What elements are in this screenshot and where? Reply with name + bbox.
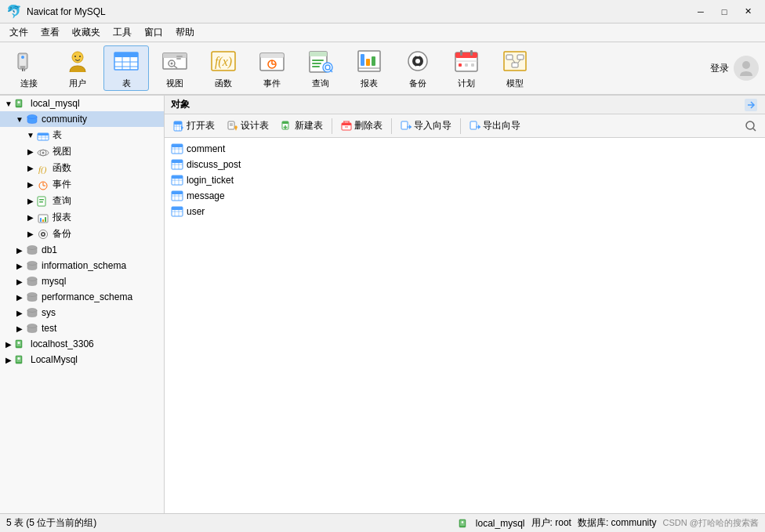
menu-item-工具[interactable]: 工具 (107, 24, 138, 41)
export-wizard-button[interactable]: 导出向导 (464, 116, 526, 136)
svg-rect-5 (22, 69, 23, 71)
svg-point-128 (746, 121, 754, 129)
svg-rect-50 (455, 52, 477, 58)
query-icon (306, 47, 335, 75)
open-table-button[interactable]: 打开表 (168, 116, 220, 136)
sidebar-item-backups-folder[interactable]: ▶ 备份 (0, 226, 164, 242)
toolbar-model[interactable]: 模型 (492, 45, 538, 91)
sidebar-item-performance-schema[interactable]: ▶ performance_schema (0, 289, 164, 305)
table-row-login-ticket[interactable]: login_ticket (165, 172, 765, 188)
sidebar-item-sys[interactable]: ▶ sys (0, 305, 164, 320)
svg-rect-52 (470, 50, 473, 56)
sidebar-item-localmysql[interactable]: ▶ LocalMysql (0, 352, 164, 367)
model-label: 模型 (506, 78, 524, 89)
info-schema-icon (25, 259, 39, 272)
svg-rect-81 (39, 199, 44, 201)
toolbar-backup[interactable]: 备份 (395, 45, 441, 91)
table-name: user (187, 206, 205, 217)
import-wizard-button[interactable]: 导入向导 (395, 116, 457, 136)
toolbar-function[interactable]: f(x) 函数 (201, 45, 246, 91)
status-db-icon (459, 518, 470, 529)
status-database: 数据库: community (578, 516, 657, 530)
table-icon (112, 47, 140, 75)
window-controls: ─ □ ✕ (690, 4, 759, 20)
delete-table-icon (341, 121, 352, 132)
sidebar-item-functions-folder[interactable]: ▶ f() 函数 (0, 160, 164, 176)
toolbar-user[interactable]: 用户 (55, 45, 100, 91)
information-schema-label: information_schema (42, 260, 126, 271)
sidebar-item-information-schema[interactable]: ▶ information_schema (0, 258, 164, 273)
svg-rect-86 (45, 217, 46, 222)
svg-point-63 (742, 61, 750, 69)
toolbar-table[interactable]: 表 (103, 45, 149, 91)
backups-folder-label: 备份 (53, 227, 71, 241)
login-button[interactable]: 登录 (705, 60, 734, 77)
delete-table-button[interactable]: 删除表 (335, 116, 388, 136)
localhost3306-icon (14, 338, 28, 350)
sidebar-item-localhost3306[interactable]: ▶ localhost_3306 (0, 336, 164, 352)
sidebar-item-community[interactable]: ▼ community (0, 111, 164, 127)
db1-label: db1 (42, 244, 57, 255)
table-row-discuss-post[interactable]: discuss_post (165, 157, 765, 172)
svg-rect-117 (342, 123, 351, 125)
new-table-button[interactable]: 新建表 (276, 116, 328, 136)
localhost3306-label: localhost_3306 (31, 338, 94, 349)
sidebar-item-queries-folder[interactable]: ▶ 查询 (0, 193, 164, 209)
toolbar-event[interactable]: 事件 (249, 45, 295, 91)
user-avatar[interactable] (734, 56, 759, 81)
svg-point-74 (42, 151, 45, 154)
svg-rect-35 (312, 66, 320, 67)
status-bar: 5 表 (5 位于当前的组) local_mysql 用户: root 数据库:… (0, 513, 765, 532)
toolbar-report[interactable]: 报表 (346, 45, 392, 91)
table-row-user[interactable]: user (165, 204, 765, 219)
function-folder-icon: f() (36, 162, 50, 175)
table-row-message[interactable]: message (165, 188, 765, 204)
expand-arrow: ▼ (3, 100, 14, 108)
minimize-button[interactable]: ─ (690, 4, 712, 20)
menu-item-帮助[interactable]: 帮助 (169, 24, 201, 41)
svg-point-10 (79, 56, 81, 57)
sidebar-item-events-folder[interactable]: ▶ 事件 (0, 176, 164, 193)
status-table-count: 5 表 (5 位于当前的组) (6, 516, 96, 530)
query-label: 查询 (312, 78, 329, 89)
status-connection: local_mysql (476, 518, 525, 529)
search-button[interactable] (740, 118, 762, 135)
table-row-comment[interactable]: comment (165, 141, 765, 157)
svg-rect-55 (465, 63, 468, 67)
sidebar-item-views-folder[interactable]: ▶ 视图 (0, 143, 164, 160)
maximize-button[interactable]: □ (713, 4, 735, 20)
expand-arrow: ▶ (14, 262, 25, 270)
share-icon[interactable] (743, 97, 759, 113)
sidebar-item-mysql[interactable]: ▶ mysql (0, 273, 164, 289)
view-label: 视图 (166, 78, 183, 89)
menu-item-收藏夹[interactable]: 收藏夹 (66, 24, 107, 41)
table-name: message (187, 190, 225, 201)
toolbar-connect[interactable]: 连接 (6, 45, 52, 91)
sidebar-item-tables-folder[interactable]: ▼ 表 (0, 127, 164, 143)
status-watermark: CSDN @打哈哈的搜索酱 (663, 517, 759, 529)
sidebar-item-db1[interactable]: ▶ db1 (0, 242, 164, 258)
svg-rect-58 (506, 55, 513, 60)
svg-line-129 (753, 128, 756, 131)
table-row-icon (171, 175, 183, 186)
svg-point-89 (42, 233, 44, 234)
toolbar-schedule[interactable]: 计划 (444, 45, 489, 91)
toolbar-query[interactable]: 查询 (298, 45, 343, 91)
new-table-label: 新建表 (295, 119, 323, 132)
svg-rect-48 (416, 66, 419, 69)
design-table-label: 设计表 (241, 119, 269, 132)
menu-item-文件[interactable]: 文件 (3, 24, 34, 41)
sidebar-item-reports-folder[interactable]: ▶ 报表 (0, 209, 164, 226)
sidebar-item-test[interactable]: ▶ test (0, 320, 164, 336)
function-icon: f(x) (209, 47, 237, 75)
toolbar-view[interactable]: 视图 (152, 45, 198, 91)
toolbar-right: 登录 (705, 56, 759, 81)
menu-item-查看[interactable]: 查看 (34, 24, 66, 41)
design-table-button[interactable]: 设计表 (222, 116, 274, 136)
sidebar-item-local_mysql[interactable]: ▼ local_mysql (0, 96, 164, 111)
user-icon (63, 47, 92, 75)
svg-rect-60 (512, 63, 518, 67)
close-button[interactable]: ✕ (737, 4, 759, 20)
menu-item-窗口[interactable]: 窗口 (138, 24, 169, 41)
svg-rect-125 (470, 121, 477, 129)
